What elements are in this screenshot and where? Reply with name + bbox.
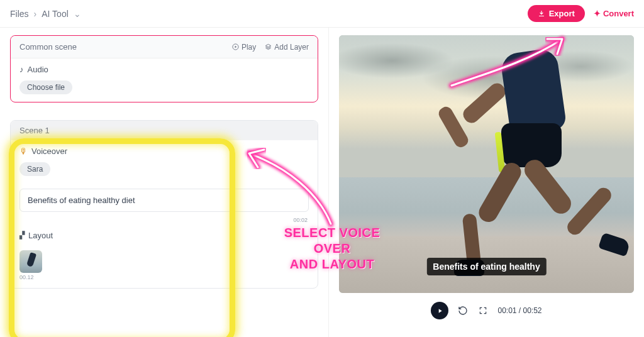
preview-runner — [439, 51, 622, 278]
scene-1-panel[interactable]: Scene 1 🎙 Voiceover Sara 00:02 ▞ Layout … — [10, 120, 318, 289]
audio-section: ♪ Audio — [11, 58, 318, 80]
left-panel: Common scene Play Add Layer ♪ Audio Choo… — [0, 28, 328, 337]
header-actions: Export ✦ Convert — [528, 5, 634, 22]
sparkle-icon: ✦ — [594, 9, 601, 18]
breadcrumb-root[interactable]: Files — [10, 9, 29, 19]
chevron-down-icon[interactable]: ⌄ — [74, 9, 81, 19]
video-preview[interactable]: Benefits of eating healthy — [339, 35, 634, 293]
fullscreen-button[interactable] — [477, 305, 489, 316]
voiceover-label: Voiceover — [31, 146, 67, 156]
replay-icon — [458, 306, 468, 316]
chevron-right-icon: › — [34, 9, 37, 19]
play-button[interactable] — [431, 302, 448, 319]
layout-section: ▞ Layout — [11, 228, 318, 246]
voiceover-section: 🎙 Voiceover — [11, 140, 318, 162]
play-icon — [232, 43, 239, 50]
add-layer-button[interactable]: Add Layer — [265, 43, 309, 52]
voice-select[interactable]: Sara — [19, 162, 50, 176]
play-button[interactable]: Play — [232, 43, 256, 52]
replay-button[interactable] — [457, 305, 469, 316]
layers-icon — [265, 43, 272, 50]
music-note-icon: ♪ — [19, 65, 24, 74]
choose-file-button[interactable]: Choose file — [19, 80, 72, 94]
play-icon — [436, 307, 443, 314]
scene-title: Scene 1 — [11, 121, 318, 140]
topbar: Files › AI Tool ⌄ Export ✦ Convert — [0, 0, 644, 28]
common-scene-panel[interactable]: Common scene Play Add Layer ♪ Audio Choo… — [10, 35, 318, 102]
layout-timecode: 00.12 — [19, 274, 309, 280]
breadcrumb: Files › AI Tool ⌄ — [10, 9, 81, 19]
download-icon — [538, 10, 545, 18]
player-controls: 00:01 / 00:52 — [339, 302, 634, 319]
preview-caption: Benefits of eating healthy — [426, 258, 546, 275]
export-button[interactable]: Export — [528, 5, 585, 22]
main: Common scene Play Add Layer ♪ Audio Choo… — [0, 28, 644, 337]
fullscreen-icon — [479, 306, 487, 315]
panel-actions: Play Add Layer — [232, 43, 309, 52]
layout-label: Layout — [28, 231, 53, 240]
breadcrumb-current[interactable]: AI Tool — [42, 9, 69, 19]
convert-label: Convert — [603, 9, 634, 18]
convert-button[interactable]: ✦ Convert — [594, 9, 634, 18]
layout-thumbnail[interactable] — [19, 250, 42, 273]
export-label: Export — [549, 9, 575, 18]
panel-header: Common scene Play Add Layer — [11, 36, 318, 58]
player-time: 00:01 / 00:52 — [497, 306, 541, 315]
right-panel: Benefits of eating healthy 00:01 / 00:52 — [328, 28, 644, 337]
scene-text-input[interactable] — [19, 189, 309, 212]
text-timecode: 00:02 — [11, 217, 318, 228]
common-scene-title: Common scene — [19, 42, 77, 52]
audio-label: Audio — [28, 65, 48, 74]
layout-icon: ▞ — [19, 231, 25, 240]
microphone-icon: 🎙 — [19, 146, 28, 156]
